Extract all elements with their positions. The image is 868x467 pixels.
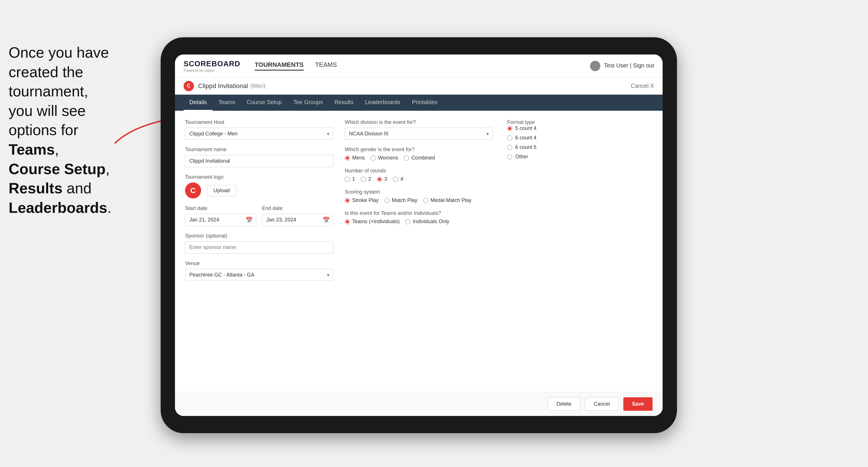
division-group: Which division is the event for? NCAA Di… — [345, 119, 493, 140]
tournament-host-select-wrapper: Clippd College - Men — [185, 128, 333, 140]
scoring-match-radio[interactable] — [384, 198, 390, 203]
form-left-column: Tournament Host Clippd College - Men Tou… — [185, 119, 333, 288]
instruction-line4: you will see — [9, 102, 86, 119]
delete-button[interactable]: Delete — [548, 397, 580, 411]
tab-bar: Details Teams Course Setup Tee Groups Re… — [175, 95, 662, 111]
calendar-icon-end: 📅 — [323, 217, 330, 223]
rounds-group: Number of rounds 1 2 — [345, 168, 493, 182]
rounds-1[interactable]: 1 — [345, 176, 355, 182]
rounds-2[interactable]: 2 — [361, 176, 371, 182]
tournament-host-label: Tournament Host — [185, 119, 333, 125]
logo-area: SCOREBOARD Powered by clippd — [184, 59, 240, 72]
format-6count4-radio[interactable] — [507, 135, 512, 141]
calendar-icon: 📅 — [246, 217, 253, 223]
scoring-medal-match-label: Medal Match Play — [431, 197, 472, 204]
format-other[interactable]: Other — [507, 154, 653, 160]
rounds-radio-group: 1 2 3 4 — [345, 176, 493, 182]
tab-printables[interactable]: Printables — [406, 95, 443, 111]
format-5count4-label: 5 count 4 — [515, 125, 536, 131]
scoring-stroke-radio[interactable] — [345, 198, 350, 203]
gender-mens-radio[interactable] — [345, 155, 350, 161]
format-6count4-label: 6 count 4 — [515, 135, 536, 141]
division-select[interactable]: NCAA Division III — [345, 128, 493, 140]
gender-mens[interactable]: Mens — [345, 155, 365, 161]
tournament-host-select[interactable]: Clippd College - Men — [185, 128, 333, 140]
tournament-name-group: Tournament name — [185, 147, 333, 167]
format-other-radio[interactable] — [507, 154, 512, 159]
tournament-cancel-button[interactable]: Cancel X — [631, 83, 654, 89]
tab-tee-groups[interactable]: Tee Groups — [287, 95, 329, 111]
cancel-button[interactable]: Cancel — [585, 397, 619, 411]
main-content: Tournament Host Clippd College - Men Tou… — [175, 111, 662, 392]
instruction-line3: tournament, — [9, 83, 88, 99]
rounds-1-label: 1 — [352, 176, 355, 182]
format-other-label: Other — [515, 154, 528, 160]
scoring-match-label: Match Play — [392, 197, 417, 204]
rounds-4-radio[interactable] — [393, 177, 398, 182]
scoring-radio-group: Stroke Play Match Play Medal Match Play — [345, 197, 493, 204]
instruction-leaderboards: Leaderboards — [9, 199, 107, 216]
save-button[interactable]: Save — [623, 397, 653, 411]
instruction-line2: created the — [9, 64, 83, 80]
nav-tournaments[interactable]: TOURNAMENTS — [255, 61, 304, 70]
tab-teams[interactable]: Teams — [213, 95, 241, 111]
format-6count5[interactable]: 6 count 5 — [507, 144, 653, 150]
sponsor-input[interactable] — [185, 241, 333, 254]
tab-results[interactable]: Results — [329, 95, 360, 111]
teams-plus-radio[interactable] — [345, 219, 350, 224]
end-date-wrap: 📅 — [262, 214, 333, 226]
tab-course-setup[interactable]: Course Setup — [241, 95, 287, 111]
rounds-3[interactable]: 3 — [377, 176, 387, 182]
upload-button[interactable]: Upload — [207, 185, 236, 196]
tournament-back-button[interactable]: C — [184, 81, 194, 91]
gender-combined-radio[interactable] — [404, 155, 409, 161]
division-select-wrapper: NCAA Division III — [345, 128, 493, 140]
nav-teams[interactable]: TEAMS — [315, 61, 337, 70]
instruction-line5: options for — [9, 122, 78, 138]
form-middle-column: Which division is the event for? NCAA Di… — [345, 119, 493, 288]
scoring-stroke[interactable]: Stroke Play — [345, 197, 379, 204]
tablet-frame: SCOREBOARD Powered by clippd TOURNAMENTS… — [161, 37, 677, 433]
teams-radio-group: Teams (+Individuals) Individuals Only — [345, 219, 493, 225]
venue-label: Venue — [185, 260, 333, 267]
individuals-only-radio[interactable] — [405, 219, 410, 224]
format-5count4-radio[interactable] — [507, 126, 512, 131]
form-grid: Tournament Host Clippd College - Men Tou… — [185, 119, 653, 288]
rounds-4[interactable]: 4 — [393, 176, 403, 182]
teams-plus-individuals[interactable]: Teams (+Individuals) — [345, 219, 400, 225]
teams-label: Is this event for Teams and/or Individua… — [345, 210, 493, 216]
scoring-match[interactable]: Match Play — [384, 197, 417, 204]
rounds-1-radio[interactable] — [345, 177, 350, 182]
logo-text: SCOREBOARD — [184, 59, 240, 68]
tab-details[interactable]: Details — [184, 95, 213, 111]
gender-combined-label: Combined — [411, 155, 435, 161]
format-6count4[interactable]: 6 count 4 — [507, 135, 653, 141]
end-date-field: End date 📅 — [262, 206, 333, 226]
scoring-medal-match[interactable]: Medal Match Play — [423, 197, 472, 204]
instruction-course-setup: Course Setup — [9, 161, 105, 177]
tab-leaderboards[interactable]: Leaderboards — [359, 95, 406, 111]
format-6count5-label: 6 count 5 — [515, 144, 536, 150]
sponsor-label: Sponsor (optional) — [185, 233, 333, 239]
format-5count4[interactable]: 5 count 4 — [507, 125, 653, 131]
tablet-screen: SCOREBOARD Powered by clippd TOURNAMENTS… — [175, 55, 662, 416]
gender-womens[interactable]: Womens — [371, 155, 398, 161]
tournament-name-input[interactable] — [185, 155, 333, 167]
format-6count5-radio[interactable] — [507, 145, 512, 150]
individuals-only[interactable]: Individuals Only — [405, 219, 449, 225]
gender-radio-group: Mens Womens Combined — [345, 155, 493, 161]
tournament-host-group: Tournament Host Clippd College - Men — [185, 119, 333, 140]
rounds-3-radio[interactable] — [377, 177, 382, 182]
dates-group: Start date 📅 End date 📅 — [185, 206, 333, 226]
user-sign-out[interactable]: Test User | Sign out — [604, 62, 654, 68]
tournament-subtitle: (Men) — [250, 83, 265, 89]
gender-womens-radio[interactable] — [371, 155, 376, 161]
venue-group: Venue Peachtree GC - Atlanta - GA — [185, 260, 333, 281]
scoring-medal-match-radio[interactable] — [423, 198, 428, 203]
scoring-group: Scoring system Stroke Play Match Play — [345, 189, 493, 204]
venue-select-wrapper: Peachtree GC - Atlanta - GA — [185, 269, 333, 281]
tournament-header: C Clippd Invitational (Men) Cancel X — [175, 77, 662, 95]
gender-combined[interactable]: Combined — [404, 155, 435, 161]
rounds-2-radio[interactable] — [361, 177, 366, 182]
venue-select[interactable]: Peachtree GC - Atlanta - GA — [185, 269, 333, 281]
